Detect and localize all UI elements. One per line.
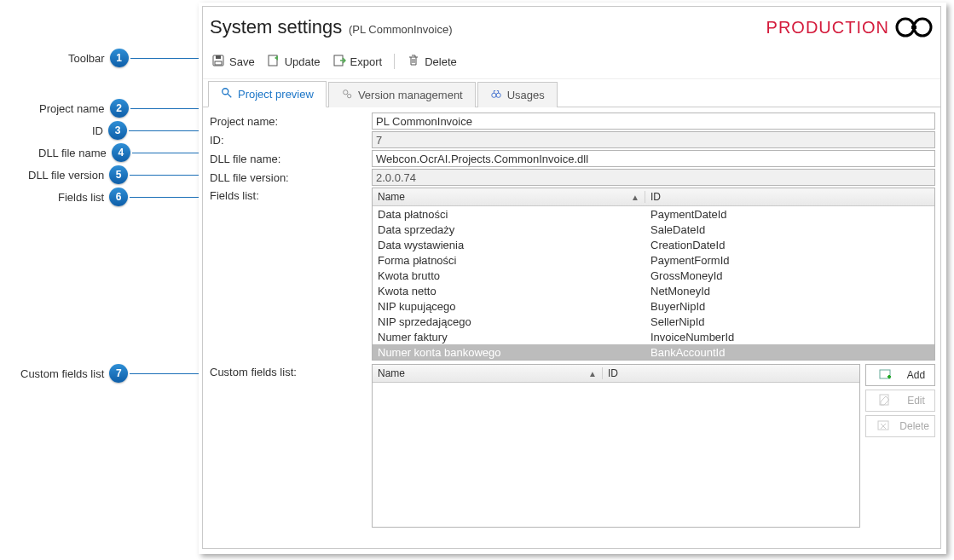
svg-rect-4 xyxy=(216,55,221,59)
cell-id: CreationDateId xyxy=(645,239,934,251)
cell-id: BuyerNipId xyxy=(645,300,934,313)
svg-point-11 xyxy=(491,93,495,97)
tab-project-preview[interactable]: Project preview xyxy=(208,81,327,107)
callout-dll-version: DLL file version 5 xyxy=(28,165,205,184)
cell-id: InvoiceNumberId xyxy=(645,331,934,344)
brand: PRODUCTION xyxy=(766,16,934,38)
label-custom-fields: Custom fields list: xyxy=(208,364,372,378)
add-button[interactable]: Add xyxy=(865,364,935,386)
input-dll-name[interactable] xyxy=(372,150,935,167)
toolbar-separator xyxy=(394,54,395,69)
brand-logo-icon xyxy=(894,16,934,38)
row-fields-list: Fields list: Name ▲ ID Data płatnościPay… xyxy=(208,188,935,361)
page-title: System settings (PL CommonInvoice) xyxy=(210,16,453,38)
table-row[interactable]: Data wystawieniaCreationDateId xyxy=(373,237,934,252)
form-body: Project name: ID: DLL file name: DLL fil… xyxy=(203,107,940,534)
cell-name: Forma płatności xyxy=(373,254,645,267)
svg-point-12 xyxy=(496,93,500,97)
cell-name: Kwota brutto xyxy=(373,269,645,282)
cell-name: Data wystawienia xyxy=(373,239,645,251)
input-project-name[interactable] xyxy=(372,113,935,130)
callout-project-name: Project name 2 xyxy=(39,99,205,118)
custom-grid-buttons: Add Edit Delete xyxy=(865,364,935,528)
toolbar: Save Update Export Delete xyxy=(203,44,940,79)
callout-fields-list: Fields list 6 xyxy=(58,188,205,206)
label-fields-list: Fields list: xyxy=(208,188,372,202)
binoculars-icon xyxy=(490,88,502,102)
fields-grid[interactable]: Name ▲ ID Data płatnościPaymentDateIdDat… xyxy=(372,188,935,361)
row-custom-fields: Custom fields list: Name ▲ ID xyxy=(208,364,935,528)
table-row[interactable]: NIP kupującegoBuyerNipId xyxy=(373,298,934,314)
callout-dll-name: DLL file name 4 xyxy=(38,143,207,162)
save-button[interactable]: Save xyxy=(211,54,255,70)
cell-id: PaymentDateId xyxy=(645,208,934,221)
delete-button[interactable]: Delete xyxy=(407,54,457,70)
col-header-name[interactable]: Name ▲ xyxy=(373,191,645,203)
table-row[interactable]: Kwota nettoNetMoneyId xyxy=(373,283,934,298)
custom-grid-header: Name ▲ ID xyxy=(373,365,859,383)
sort-asc-icon: ▲ xyxy=(631,193,639,202)
edit-button: Edit xyxy=(865,390,935,412)
magnifier-icon xyxy=(221,87,233,101)
table-row[interactable]: Numer fakturyInvoiceNumberId xyxy=(373,329,934,344)
trash-icon xyxy=(407,54,420,70)
cell-id: NetMoneyId xyxy=(645,285,934,297)
label-dll-version: DLL file version: xyxy=(208,171,372,184)
table-row[interactable]: Forma płatnościPaymentFormId xyxy=(373,252,934,268)
label-dll-name: DLL file name: xyxy=(208,153,372,165)
svg-rect-6 xyxy=(269,55,277,66)
cell-name: Data sprzedaży xyxy=(373,223,645,236)
cell-id: SaleDateId xyxy=(645,223,934,236)
custom-col-header-name[interactable]: Name ▲ xyxy=(373,367,603,379)
custom-col-header-id[interactable]: ID xyxy=(603,367,859,379)
update-button[interactable]: Update xyxy=(267,54,321,70)
col-header-id[interactable]: ID xyxy=(645,191,934,203)
label-id: ID: xyxy=(208,134,372,147)
tab-version-management[interactable]: Version management xyxy=(328,82,476,107)
sort-asc-icon: ▲ xyxy=(588,369,597,378)
cell-id: SellerNipId xyxy=(645,315,934,328)
cell-name: Numer konta bankowego xyxy=(373,346,645,359)
table-row[interactable]: Data płatnościPaymentDateId xyxy=(373,206,934,222)
row-dll-version: DLL file version: xyxy=(208,169,935,186)
save-icon xyxy=(211,54,225,70)
tabs: Project preview Version management Usage… xyxy=(203,79,940,107)
cell-id: BankAccountId xyxy=(645,346,934,359)
settings-panel: System settings (PL CommonInvoice) PRODU… xyxy=(202,6,941,549)
row-dll-name: DLL file name: xyxy=(208,150,935,167)
cell-name: Kwota netto xyxy=(373,285,645,297)
svg-rect-2 xyxy=(911,26,916,29)
delete-icon xyxy=(871,419,894,435)
input-id xyxy=(372,131,935,148)
callout-custom-fields: Custom fields list 7 xyxy=(20,364,205,383)
tab-usages[interactable]: Usages xyxy=(477,82,558,107)
custom-fields-grid[interactable]: Name ▲ ID xyxy=(372,364,860,528)
export-button[interactable]: Export xyxy=(332,54,383,70)
cell-id: GrossMoneyId xyxy=(645,269,934,282)
table-row[interactable]: Numer konta bankowegoBankAccountId xyxy=(373,344,934,360)
table-row[interactable]: Kwota bruttoGrossMoneyId xyxy=(373,268,934,283)
table-row[interactable]: NIP sprzedającegoSellerNipId xyxy=(373,314,934,329)
svg-point-8 xyxy=(223,89,228,95)
cell-name: Data płatności xyxy=(373,208,645,221)
cell-id: PaymentFormId xyxy=(645,254,934,267)
svg-point-9 xyxy=(344,90,348,95)
add-icon xyxy=(871,367,898,384)
svg-rect-5 xyxy=(215,61,222,65)
table-row[interactable]: Data sprzedażySaleDateId xyxy=(373,222,934,237)
cell-name: NIP kupującego xyxy=(373,300,645,313)
callout-id: ID 3 xyxy=(92,121,204,140)
row-project-name: Project name: xyxy=(208,113,935,130)
input-dll-version xyxy=(372,169,935,186)
cell-name: NIP sprzedającego xyxy=(373,315,645,328)
edit-icon xyxy=(871,393,898,409)
update-icon xyxy=(267,54,280,70)
callout-toolbar: Toolbar 1 xyxy=(68,49,205,67)
header: System settings (PL CommonInvoice) PRODU… xyxy=(203,7,940,44)
svg-point-10 xyxy=(347,94,350,97)
export-icon xyxy=(332,54,346,70)
fields-grid-body: Data płatnościPaymentDateIdData sprzedaż… xyxy=(373,206,934,360)
cell-name: Numer faktury xyxy=(373,331,645,344)
gears-icon xyxy=(341,88,353,102)
fields-grid-header: Name ▲ ID xyxy=(373,188,934,206)
